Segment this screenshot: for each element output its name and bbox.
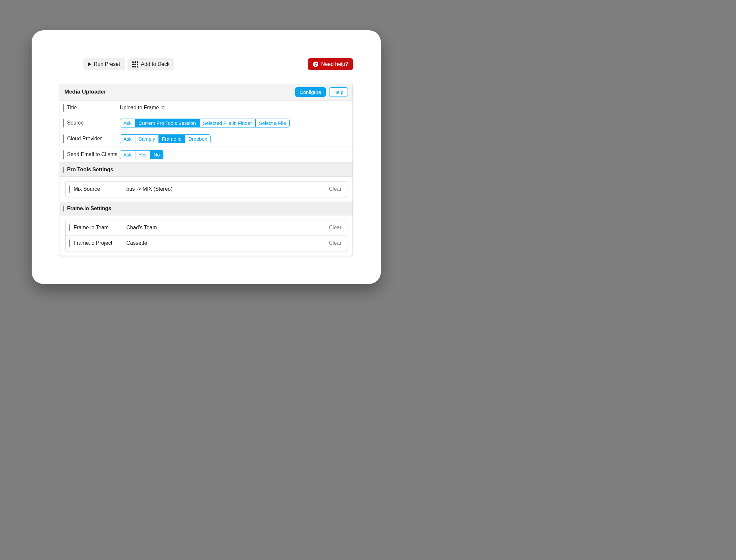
- row-accent: [63, 134, 64, 143]
- panel-help-button[interactable]: Help: [329, 87, 348, 97]
- row-accent: [63, 119, 64, 127]
- section-frameio-title: Frame.io Settings: [67, 206, 111, 211]
- email-option-ask[interactable]: Ask: [120, 151, 135, 159]
- source-option-current-pro-tools-session[interactable]: Current Pro Tools Session: [135, 119, 200, 127]
- pro-tools-sub-panel: Mix Source bus -> MIX (Stereo) Clear: [65, 181, 347, 197]
- segmented-source: Ask Current Pro Tools Session Selected F…: [120, 119, 290, 127]
- field-label-source: Source: [67, 120, 120, 126]
- frameio-team-label: Frame.io Team: [74, 225, 127, 231]
- row-title: Title Upload to Frame.io: [60, 100, 353, 115]
- need-help-button[interactable]: ? Need help?: [308, 58, 353, 70]
- mix-source-clear-button[interactable]: Clear: [329, 186, 341, 192]
- mix-source-label: Mix Source: [74, 186, 127, 192]
- section-pro-tools-title: Pro Tools Settings: [67, 167, 113, 173]
- mix-source-value: bus -> MIX (Stereo): [127, 186, 329, 192]
- field-label-title: Title: [67, 105, 120, 111]
- media-uploader-panel: Media Uploader Configure Help Title Uplo…: [60, 84, 353, 256]
- row-source: Source Ask Current Pro Tools Session Sel…: [60, 115, 353, 131]
- field-label-cloud-provider: Cloud Provider: [67, 136, 120, 142]
- app-card: Run Preset Add to Deck ? Need help? Medi…: [32, 30, 381, 284]
- cloud-option-frameio[interactable]: Frame.io: [159, 135, 185, 143]
- need-help-label: Need help?: [321, 61, 348, 67]
- panel-title: Media Uploader: [65, 89, 106, 95]
- section-pro-tools-header: Pro Tools Settings: [60, 163, 353, 177]
- field-value-title: Upload to Frame.io: [120, 105, 165, 111]
- row-mix-source[interactable]: Mix Source bus -> MIX (Stereo) Clear: [66, 182, 347, 197]
- row-accent: [63, 206, 64, 211]
- frameio-team-clear-button[interactable]: Clear: [329, 225, 341, 231]
- play-icon: [88, 62, 91, 66]
- configure-button[interactable]: Configure: [295, 87, 326, 97]
- frameio-sub-panel: Frame.io Team Chad's Team Clear Frame.io…: [65, 220, 347, 251]
- frameio-team-value: Chad's Team: [127, 225, 329, 231]
- source-option-ask[interactable]: Ask: [120, 119, 135, 127]
- email-option-no[interactable]: No: [150, 151, 163, 159]
- frameio-panel-wrap: Frame.io Team Chad's Team Clear Frame.io…: [60, 215, 353, 256]
- frameio-project-clear-button[interactable]: Clear: [329, 240, 341, 246]
- grid-icon: [132, 61, 138, 68]
- row-accent: [69, 239, 70, 247]
- cloud-option-ask[interactable]: Ask: [120, 135, 135, 143]
- row-accent: [63, 150, 64, 159]
- row-accent: [69, 224, 70, 231]
- row-accent: [63, 104, 64, 112]
- segmented-cloud-provider: Ask Samply Frame.io Dropbox: [120, 134, 211, 143]
- frameio-project-value: Cassette: [127, 240, 329, 246]
- segmented-send-email: Ask Yes No: [120, 150, 164, 159]
- pro-tools-panel-wrap: Mix Source bus -> MIX (Stereo) Clear: [60, 177, 353, 202]
- row-send-email: Send Email to Clients Ask Yes No: [60, 147, 353, 163]
- source-option-selected-file-in-finder[interactable]: Selected File in Finder: [200, 119, 256, 127]
- add-to-deck-label: Add to Deck: [141, 61, 170, 67]
- run-preset-label: Run Preset: [94, 61, 120, 67]
- email-option-yes[interactable]: Yes: [135, 151, 150, 159]
- cloud-option-dropbox[interactable]: Dropbox: [185, 135, 211, 143]
- add-to-deck-button[interactable]: Add to Deck: [127, 58, 174, 70]
- row-accent: [69, 185, 70, 193]
- run-preset-button[interactable]: Run Preset: [83, 58, 125, 70]
- row-cloud-provider: Cloud Provider Ask Samply Frame.io Dropb…: [60, 131, 353, 147]
- field-label-send-email: Send Email to Clients: [67, 152, 120, 157]
- source-option-select-a-file[interactable]: Select a File: [256, 119, 290, 127]
- section-frameio-header: Frame.io Settings: [60, 202, 353, 215]
- panel-header: Media Uploader Configure Help: [60, 84, 353, 100]
- row-accent: [63, 167, 64, 173]
- row-frameio-project[interactable]: Frame.io Project Cassette Clear: [66, 236, 347, 251]
- frameio-project-label: Frame.io Project: [74, 240, 127, 246]
- cloud-option-samply[interactable]: Samply: [135, 135, 159, 143]
- top-toolbar: Run Preset Add to Deck ? Need help?: [60, 58, 353, 70]
- question-circle-icon: ?: [313, 61, 319, 67]
- svg-text:?: ?: [314, 62, 317, 67]
- row-frameio-team[interactable]: Frame.io Team Chad's Team Clear: [66, 220, 347, 236]
